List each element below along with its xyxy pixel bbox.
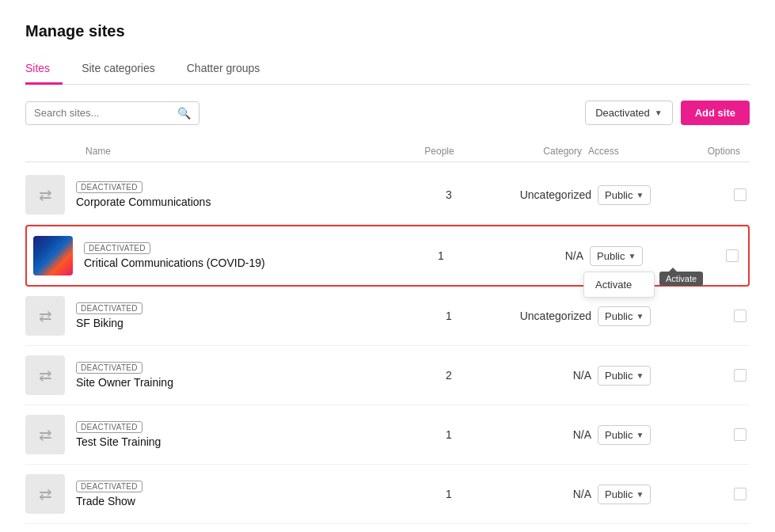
access-label: Public — [605, 370, 633, 382]
access-label: Public — [605, 189, 633, 201]
site-details: DEACTIVATED Corporate Communications — [76, 181, 211, 208]
site-default-icon: ⇄ — [39, 366, 52, 385]
people-count: 1 — [417, 428, 481, 441]
category-value: Uncategorized — [481, 310, 591, 322]
category-value: N/A — [481, 428, 591, 441]
access-value: Public ▼ — [591, 484, 686, 504]
table-header: Name People Category Access Options — [25, 141, 750, 162]
row-checkbox[interactable] — [726, 249, 739, 262]
site-info: ⇄ DEACTIVATED Test Site Training — [25, 415, 417, 454]
search-icon: 🔍 — [177, 107, 191, 120]
site-info: ⇄ DEACTIVATED Trade Show — [25, 474, 417, 514]
site-default-icon: ⇄ — [39, 185, 52, 204]
site-thumbnail: ⇄ — [25, 296, 65, 336]
table-row: ⇄ DEACTIVATED Corporate Communications 3… — [25, 165, 750, 225]
table-row: DEACTIVATED Critical Communications (COV… — [25, 225, 750, 287]
toolbar: 🔍 Deactivated ▼ Add site — [25, 101, 750, 125]
category-value: Uncategorized — [481, 188, 591, 201]
header-name: Name — [25, 146, 408, 157]
site-details: DEACTIVATED Test Site Training — [76, 421, 161, 448]
access-dropdown[interactable]: Public ▼ — [598, 484, 651, 504]
access-chevron-icon: ▼ — [636, 191, 644, 200]
activate-option[interactable]: Activate — [584, 272, 654, 297]
site-name[interactable]: Corporate Communications — [76, 196, 211, 208]
tab-site-categories[interactable]: Site categories — [82, 55, 168, 85]
site-info: ⇄ DEACTIVATED Corporate Communications — [25, 175, 417, 215]
site-details: DEACTIVATED Trade Show — [76, 481, 142, 507]
page-title: Manage sites — [25, 22, 750, 40]
site-thumbnail: ⇄ — [25, 355, 65, 395]
tab-sites[interactable]: Sites — [25, 55, 63, 85]
site-details: DEACTIVATED SF Biking — [76, 302, 142, 329]
header-options: Options — [677, 146, 740, 157]
access-chevron-icon: ▼ — [628, 252, 636, 260]
access-value: Public ▼ — [591, 306, 686, 326]
table-row: ⇄ DEACTIVATED Site Owner Training 2 N/A … — [25, 346, 750, 405]
category-value: N/A — [481, 369, 591, 382]
category-value: N/A — [481, 488, 591, 500]
people-count: 1 — [417, 488, 481, 500]
table-row: ⇄ DEACTIVATED Trade Show 1 N/A Public ▼ — [25, 465, 750, 524]
access-value: Public ▼ Activate Activate — [583, 246, 678, 266]
access-chevron-icon: ▼ — [636, 490, 644, 499]
site-thumbnail: ⇄ — [25, 175, 65, 215]
site-name[interactable]: SF Biking — [76, 317, 142, 329]
row-checkbox[interactable] — [734, 428, 747, 441]
row-checkbox[interactable] — [734, 369, 747, 382]
access-dropdown[interactable]: Public ▼ — [598, 425, 651, 445]
tab-chatter-groups[interactable]: Chatter groups — [187, 55, 273, 85]
site-info: DEACTIVATED Critical Communications (COV… — [33, 236, 409, 276]
deactivated-badge: DEACTIVATED — [76, 302, 142, 314]
site-name[interactable]: Test Site Training — [76, 435, 161, 448]
site-name[interactable]: Critical Communications (COVID-19) — [84, 256, 265, 269]
options-value — [686, 188, 750, 201]
search-input[interactable] — [34, 107, 177, 119]
site-name[interactable]: Trade Show — [76, 495, 142, 507]
deactivated-badge: DEACTIVATED — [84, 242, 150, 254]
access-value: Public ▼ — [591, 425, 686, 445]
access-value: Public ▼ — [591, 185, 686, 205]
header-people: People — [408, 146, 471, 157]
access-dropdown[interactable]: Public ▼ — [598, 185, 651, 205]
access-dropdown[interactable]: Public ▼ — [598, 366, 651, 386]
category-value: N/A — [473, 249, 583, 262]
site-default-icon: ⇄ — [39, 425, 52, 444]
access-label: Public — [597, 250, 625, 262]
table-body: ⇄ DEACTIVATED Corporate Communications 3… — [25, 165, 750, 524]
access-dropdown[interactable]: Public ▼ — [590, 246, 643, 266]
site-thumbnail: ⇄ — [25, 474, 65, 514]
access-dropdown[interactable]: Public ▼ — [598, 306, 651, 326]
options-value — [678, 249, 742, 262]
row-checkbox[interactable] — [734, 488, 747, 500]
site-default-icon: ⇄ — [39, 484, 52, 504]
site-details: DEACTIVATED Critical Communications (COV… — [84, 242, 265, 269]
options-value — [686, 369, 750, 382]
activate-tooltip: Activate — [659, 272, 703, 286]
site-thumbnail: ⇄ — [25, 415, 65, 454]
site-name[interactable]: Site Owner Training — [76, 376, 173, 389]
site-thumbnail-covid — [33, 236, 73, 276]
site-info: ⇄ DEACTIVATED SF Biking — [25, 296, 417, 336]
filter-chevron-icon: ▼ — [655, 108, 663, 117]
header-access: Access — [582, 146, 677, 157]
access-label: Public — [605, 429, 633, 441]
header-category: Category — [471, 146, 582, 157]
site-info: ⇄ DEACTIVATED Site Owner Training — [25, 355, 417, 395]
people-count: 2 — [417, 369, 481, 382]
site-default-icon: ⇄ — [39, 306, 52, 325]
people-count: 1 — [417, 310, 481, 322]
filter-label: Deactivated — [595, 107, 650, 119]
toolbar-right: Deactivated ▼ Add site — [585, 101, 750, 125]
access-chevron-icon: ▼ — [636, 312, 644, 321]
options-value — [686, 310, 750, 322]
deactivated-badge: DEACTIVATED — [76, 481, 142, 492]
tabs-container: Sites Site categories Chatter groups — [25, 55, 750, 85]
access-label: Public — [605, 488, 633, 500]
add-site-button[interactable]: Add site — [681, 101, 750, 125]
search-box[interactable]: 🔍 — [25, 101, 199, 125]
options-value — [686, 428, 750, 441]
filter-dropdown-button[interactable]: Deactivated ▼ — [585, 101, 673, 125]
row-checkbox[interactable] — [734, 310, 747, 322]
row-checkbox[interactable] — [734, 188, 747, 201]
deactivated-badge: DEACTIVATED — [76, 421, 142, 433]
